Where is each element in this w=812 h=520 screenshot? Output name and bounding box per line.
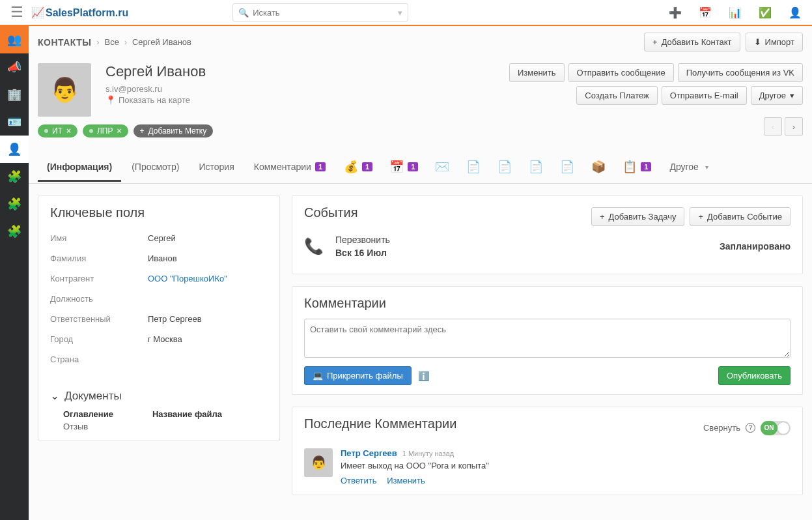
user-icon[interactable]: 👤 (789, 7, 802, 19)
add-event-button[interactable]: +Добавить Событие (690, 207, 791, 226)
tab-mail[interactable]: ✉️ (427, 151, 457, 183)
tag-label: ЛПР (97, 126, 113, 136)
sidebar-item-puzzle1[interactable]: 🧩 (0, 163, 29, 190)
add-contact-button[interactable]: +Добавить Контакт (644, 33, 740, 51)
kf-position-label: Должность (50, 294, 148, 304)
sidebar-item-card[interactable]: 🪪 (0, 108, 29, 136)
tag-remove-icon[interactable]: × (66, 126, 71, 136)
tab-money[interactable]: 💰1 (336, 151, 380, 183)
add-icon[interactable]: ➕ (669, 7, 682, 19)
profile-row: 👨 Сергей Иванов s.iv@poresk.ru 📍Показать… (29, 63, 812, 117)
breadcrumb-all[interactable]: Все (104, 37, 119, 47)
sidebar-item-group[interactable]: 👥 (0, 26, 29, 53)
send-email-button[interactable]: Отправить E-mail (662, 86, 747, 105)
attach-files-button[interactable]: 💻Прикрепить файлы (304, 366, 412, 385)
tab-doc2[interactable]: 📄 (490, 151, 520, 183)
chevron-right-icon: › (96, 38, 99, 47)
tab-more[interactable]: Другое▾ (660, 152, 717, 181)
import-label: Импорт (765, 37, 794, 47)
sidebar-item-puzzle2[interactable]: 🧩 (0, 190, 29, 218)
events-title: События (304, 205, 591, 220)
add-tag-button[interactable]: +Добавить Метку (133, 124, 214, 137)
kf-city-value: г Москва (148, 334, 182, 344)
comment-reply[interactable]: Ответить (341, 476, 377, 485)
show-on-map[interactable]: 📍Показать на карте (105, 95, 206, 105)
caret-down-icon: ▾ (705, 164, 708, 171)
calendar-icon[interactable]: 📅 (699, 7, 712, 19)
tab-view[interactable]: (Просмотр) (122, 152, 188, 181)
contact-name: Сергей Иванов (105, 63, 206, 80)
create-payment-button[interactable]: Создать Платеж (576, 86, 657, 105)
logo[interactable]: 📈SalesPlatform.ru (31, 7, 128, 19)
breadcrumb-row: КОНТАКТЫ › Все › Сергей Иванов +Добавить… (29, 26, 812, 63)
tag-it[interactable]: ИТ× (38, 124, 77, 137)
sidebar-item-contact[interactable]: 👤 (0, 136, 29, 163)
edit-button[interactable]: Изменить (509, 63, 565, 82)
comment-edit[interactable]: Изменить (387, 476, 425, 485)
chevron-right-icon: › (124, 38, 127, 47)
sidebar: 👥 📣 🏢 🪪 👤 🧩 🧩 🧩 (0, 26, 29, 520)
comments-badge: 1 (315, 162, 326, 171)
kf-country-label: Страна (50, 354, 148, 364)
tab-comments[interactable]: Комментарии1 (245, 152, 335, 181)
send-message-button[interactable]: Отправить сообщение (568, 63, 674, 82)
tab-doc[interactable]: 📄 (458, 151, 488, 183)
kf-account-link[interactable]: ООО "ПорешкоИКо" (148, 274, 227, 283)
plus-icon: + (698, 212, 703, 222)
recent-comments-panel: Последние Комментарии Свернуть ? ON 👨 (292, 407, 803, 495)
search-box[interactable]: 🔍 ▾ (232, 3, 408, 22)
menu-icon[interactable]: ☰ (7, 4, 27, 21)
tab-info[interactable]: (Информация) (38, 152, 121, 181)
sidebar-item-building[interactable]: 🏢 (0, 81, 29, 108)
document-row[interactable]: Отзыв (63, 422, 113, 431)
search-icon: 🔍 (238, 8, 249, 18)
add-task-button[interactable]: +Добавить Задачу (591, 207, 685, 226)
show-on-map-label: Показать на карте (119, 95, 190, 105)
prev-record-button[interactable]: ‹ (764, 117, 782, 136)
comment-author[interactable]: Петр Сергеев (341, 448, 397, 458)
next-record-button[interactable]: › (785, 117, 803, 136)
attach-label: Прикрепить файлы (327, 371, 403, 381)
kf-city-label: Город (50, 334, 148, 344)
tab-comments-label: Комментарии (254, 162, 311, 172)
tab-doc3[interactable]: 📄 (521, 151, 551, 183)
tag-remove-icon[interactable]: × (117, 126, 122, 136)
breadcrumb-module[interactable]: КОНТАКТЫ (38, 37, 91, 48)
add-event-label: Добавить Событие (707, 212, 782, 222)
caret-down-icon: ▾ (790, 91, 794, 100)
tab-calendar[interactable]: 📅1 (382, 151, 426, 183)
sidebar-item-megaphone[interactable]: 📣 (0, 53, 29, 81)
tabs: (Информация) (Просмотр) История Коммента… (29, 151, 812, 184)
publish-button[interactable]: Опубликовать (718, 366, 791, 385)
sidebar-item-puzzle3[interactable]: 🧩 (0, 218, 29, 245)
phone-icon: 📞 (304, 237, 324, 255)
collapse-label: Свернуть (703, 423, 740, 433)
comment-input[interactable] (304, 319, 791, 358)
tab-box[interactable]: 📦 (583, 151, 613, 183)
plus-icon: + (140, 126, 145, 136)
documents-section: ⌄Документы ОглавлениеОтзыв Название файл… (50, 389, 268, 431)
get-vk-button[interactable]: Получить сообщения из VK (678, 63, 803, 82)
event-item[interactable]: 📞 Перезвонить Вск 16 Июл Запланировано (304, 228, 791, 265)
tab-doc4[interactable]: 📄 (552, 151, 582, 183)
documents-header[interactable]: ⌄Документы (50, 389, 268, 403)
tab-clipboard[interactable]: 📋1 (615, 151, 659, 183)
tag-lpr[interactable]: ЛПР× (83, 124, 128, 137)
logo-text: SalesPlatform.ru (46, 7, 128, 18)
profile-info: Сергей Иванов s.iv@poresk.ru 📍Показать н… (105, 63, 206, 105)
search-input[interactable] (253, 8, 398, 18)
chart-icon[interactable]: 📊 (729, 7, 742, 19)
collapse-toggle[interactable]: ON (761, 421, 791, 435)
import-button[interactable]: ⬇Импорт (746, 33, 803, 51)
comments-title: Комментарии (304, 296, 791, 311)
toggle-knob (777, 422, 789, 434)
help-icon[interactable]: ? (746, 423, 755, 433)
info-icon[interactable]: ℹ️ (418, 371, 429, 381)
money-badge: 1 (362, 162, 372, 171)
chevron-down-icon[interactable]: ▾ (398, 8, 402, 18)
toggle-on-label: ON (761, 421, 777, 435)
docs-col-filename: Название файла (152, 409, 222, 419)
checklist-icon[interactable]: ✅ (759, 7, 772, 19)
tab-history[interactable]: История (189, 152, 243, 181)
more-actions-button[interactable]: Другое ▾ (751, 86, 803, 105)
